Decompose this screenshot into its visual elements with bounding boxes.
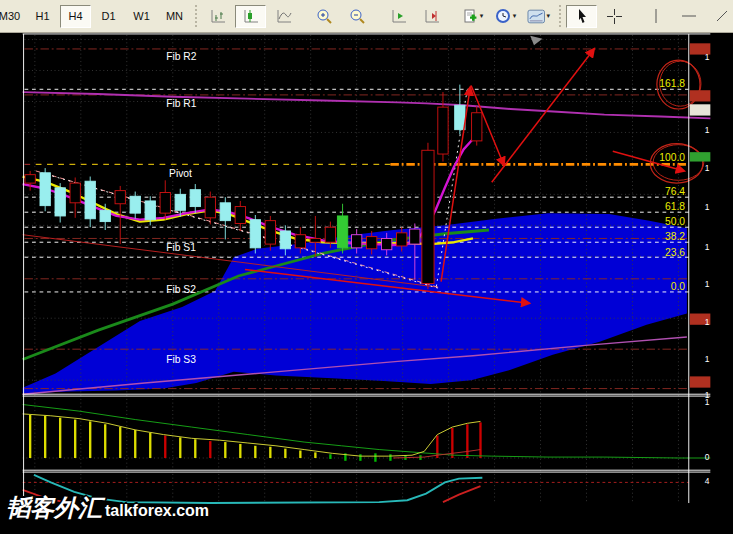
bar-chart-button[interactable] xyxy=(202,5,233,28)
candle-body xyxy=(265,221,275,244)
trend-icon xyxy=(715,9,729,23)
indicators-list-button[interactable]: ▾ xyxy=(457,5,488,28)
price-axis-digit: 1 xyxy=(705,125,710,135)
fib-percent-label: 61.8 xyxy=(665,201,685,212)
zoomin-icon xyxy=(316,8,333,24)
horizontal-line-button[interactable] xyxy=(673,5,704,28)
candle-body xyxy=(190,190,200,207)
candle-body xyxy=(130,196,140,213)
price-axis-digit: 1 xyxy=(705,354,710,364)
fib-label-pivot: Pivot xyxy=(169,168,192,179)
dropdown-caret-icon[interactable]: ▾ xyxy=(546,12,550,20)
timeframe-h1-button[interactable]: H1 xyxy=(27,5,58,28)
zoom-in-button[interactable] xyxy=(309,5,340,28)
trading-app-window: M30H1H4D1W1MN▾▾▾EFA 111111111104Fib R2Fi… xyxy=(0,0,733,534)
fib-label-fib-s2: Fib S2 xyxy=(166,284,196,295)
price-axis-digit: 4 xyxy=(705,476,710,486)
dropdown-caret-icon[interactable]: ▾ xyxy=(513,12,517,20)
linechart-icon xyxy=(275,8,293,24)
cursor-icon xyxy=(575,8,589,24)
candle-body xyxy=(235,207,245,224)
fib-label-fib-s3: Fib S3 xyxy=(166,354,196,365)
fib-percent-label: 0.0 xyxy=(671,281,686,292)
candle-body xyxy=(337,216,347,248)
candle-body xyxy=(205,197,215,218)
candle-body xyxy=(115,191,125,204)
price-axis-digit: 0 xyxy=(705,452,710,462)
toolbar: M30H1H4D1W1MN▾▾▾EFA xyxy=(0,0,733,33)
timeframe-h4-button[interactable]: H4 xyxy=(60,5,91,28)
newdoc-icon xyxy=(462,8,479,25)
candle-body xyxy=(55,188,65,216)
fib-label-fib-s1: Fib S1 xyxy=(166,242,196,253)
candle-body xyxy=(422,150,434,283)
toolbar-grip xyxy=(559,5,561,27)
candle-body xyxy=(70,183,80,203)
price-chart: 111111111104Fib R2Fib R1PivotFib S1Fib S… xyxy=(0,33,733,534)
price-axis-digit: 1 xyxy=(705,397,710,407)
price-axis-tag xyxy=(690,90,711,101)
price-axis-digit: 1 xyxy=(705,52,710,62)
fib-percent-label: 23.6 xyxy=(665,247,685,258)
candle-body xyxy=(250,220,260,248)
bars-icon xyxy=(209,8,227,24)
candle-body xyxy=(280,231,290,249)
trendline-button[interactable] xyxy=(706,5,733,28)
price-axis-tag xyxy=(690,376,711,387)
fib-percent-label: 100.0 xyxy=(659,152,685,163)
vline-icon xyxy=(651,8,661,24)
price-axis-digit: 1 xyxy=(705,163,710,173)
timeframe-d1-button[interactable]: D1 xyxy=(93,5,124,28)
candle-body xyxy=(455,105,465,129)
fib-percent-label: 50.0 xyxy=(665,216,685,227)
fib-percent-label: 161.8 xyxy=(659,78,685,89)
candle-body xyxy=(438,107,448,154)
zoom-out-button[interactable] xyxy=(342,5,373,28)
candle-body xyxy=(25,175,35,183)
toolbar-grip xyxy=(195,5,197,27)
cross-icon xyxy=(606,8,623,25)
fib-label-fib-r1: Fib R1 xyxy=(166,98,197,109)
candle-body xyxy=(160,192,170,213)
fib-label-fib-r2: Fib R2 xyxy=(166,51,197,62)
zoomout-icon xyxy=(349,8,366,24)
chart-area[interactable]: 111111111104Fib R2Fib R1PivotFib S1Fib S… xyxy=(0,33,733,534)
line-chart-button[interactable] xyxy=(268,5,299,28)
candle-body xyxy=(145,201,155,220)
dropdown-caret-icon[interactable]: ▾ xyxy=(480,12,484,20)
candles-icon xyxy=(242,8,260,24)
candle-body xyxy=(40,173,50,206)
price-axis-digit: 1 xyxy=(705,202,710,212)
candle-body xyxy=(310,238,320,242)
candle-body xyxy=(367,237,377,249)
fib-percent-label: 38.2 xyxy=(665,231,685,242)
autoscroll-icon xyxy=(423,8,441,24)
crosshair-button[interactable] xyxy=(599,5,630,28)
auto-scroll-button[interactable] xyxy=(416,5,447,28)
timeframe-w1-button[interactable]: W1 xyxy=(126,5,157,28)
templates-button[interactable]: ▾ xyxy=(523,5,554,28)
candle-body xyxy=(472,113,482,141)
cursor-button[interactable] xyxy=(566,5,597,28)
candle-body xyxy=(175,194,185,210)
timeframe-mn-button[interactable]: MN xyxy=(159,5,190,28)
candle-body xyxy=(382,238,392,249)
chart-shift-end-button[interactable] xyxy=(383,5,414,28)
price-axis-tag xyxy=(690,104,711,115)
price-axis-tag xyxy=(690,152,711,161)
timeframe-m30-button[interactable]: M30 xyxy=(0,5,25,28)
shiftend-icon xyxy=(390,8,408,24)
price-axis-digit: 1 xyxy=(705,317,710,327)
candle-body xyxy=(397,233,407,246)
candle-body xyxy=(100,210,110,221)
price-axis-digit: 1 xyxy=(705,242,710,252)
candlestick-chart-button[interactable] xyxy=(235,5,266,28)
price-axis-digit: 1 xyxy=(705,279,710,289)
vertical-line-button[interactable] xyxy=(640,5,671,28)
clock-icon xyxy=(495,8,512,25)
candle-body xyxy=(410,229,420,244)
template-icon xyxy=(527,9,545,24)
candle-body xyxy=(351,235,361,248)
periods-button[interactable]: ▾ xyxy=(490,5,521,28)
fib-percent-label: 76.4 xyxy=(665,186,685,197)
